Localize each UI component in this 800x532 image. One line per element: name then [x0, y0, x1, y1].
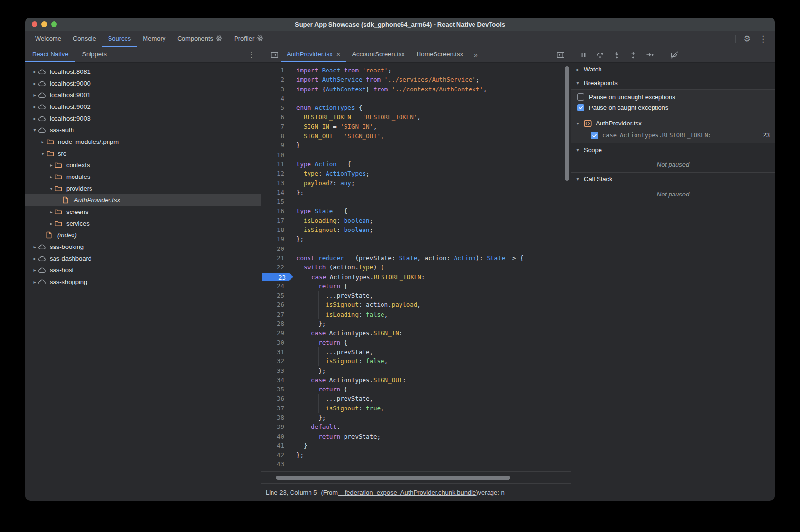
code-line-7[interactable]: 7 SIGN_IN = 'SIGN_IN',	[261, 122, 571, 131]
code-line-10[interactable]: 10	[261, 150, 571, 160]
line-number[interactable]: 31	[261, 347, 289, 356]
toggle-navigator-icon[interactable]	[268, 47, 281, 62]
checked-checkbox[interactable]	[591, 132, 598, 139]
breakpoint-file-group[interactable]: ▾AuthProvider.tsx	[571, 117, 775, 129]
code-line-1[interactable]: 1import React from 'react';	[261, 66, 571, 75]
line-number[interactable]: 15	[261, 197, 289, 206]
code-line-20[interactable]: 20	[261, 244, 571, 253]
code-line-43[interactable]: 43	[261, 460, 571, 469]
collapsed-arrow-icon[interactable]: ▸	[31, 267, 38, 273]
editor-tab-authprovider-tsx[interactable]: AuthProvider.tsx×	[281, 47, 346, 62]
step-into-icon[interactable]	[612, 51, 621, 59]
tree-item-localhost-8081[interactable]: ▸localhost:8081	[25, 66, 261, 77]
line-number[interactable]: 14	[261, 188, 289, 197]
line-number[interactable]: 19	[261, 234, 289, 244]
navigator-kebab-icon[interactable]: ⋮	[242, 47, 261, 62]
kebab-menu-icon[interactable]: ⋮	[759, 35, 767, 43]
tree-item-sas-host[interactable]: ▸sas-host	[25, 264, 261, 276]
collapsed-arrow-icon[interactable]: ▸	[48, 174, 55, 179]
line-number[interactable]: 40	[261, 432, 289, 441]
expanded-arrow-icon[interactable]: ▾	[571, 121, 584, 126]
code-line-42[interactable]: 42};	[261, 450, 571, 460]
line-number[interactable]: 27	[261, 310, 289, 319]
line-number[interactable]: 26	[261, 300, 289, 309]
navigator-tab-snippets[interactable]: Snippets	[75, 47, 113, 62]
tree-item-contexts[interactable]: ▸contexts	[25, 159, 261, 171]
collapsed-arrow-icon[interactable]: ▸	[31, 69, 38, 74]
tab-profiler[interactable]: Profiler	[228, 31, 269, 47]
tree-item-sas-dashboard[interactable]: ▸sas-dashboard	[25, 252, 261, 264]
line-number[interactable]: 37	[261, 404, 289, 413]
toggle-debugger-icon[interactable]	[554, 47, 571, 62]
collapsed-arrow-icon[interactable]: ▸	[48, 162, 55, 168]
tree-item--index-[interactable]: (index)	[25, 229, 261, 241]
step-icon[interactable]	[645, 51, 654, 59]
line-number[interactable]: 36	[261, 394, 289, 403]
code-line-36[interactable]: 36 ...prevState,	[261, 394, 571, 403]
collapsed-arrow-icon[interactable]: ▸	[48, 221, 55, 226]
expanded-arrow-icon[interactable]: ▾	[48, 186, 55, 191]
line-number[interactable]: 22	[261, 263, 289, 272]
navigator-tab-react-native[interactable]: React Native	[25, 47, 75, 62]
line-number[interactable]: 6	[261, 112, 289, 122]
tab-welcome[interactable]: Welcome	[29, 31, 67, 47]
code-line-19[interactable]: 19};	[261, 234, 571, 244]
tree-item-localhost-9000[interactable]: ▸localhost:9000	[25, 77, 261, 89]
code-line-6[interactable]: 6 RESTORE_TOKEN = 'RESTORE_TOKEN',	[261, 112, 571, 122]
code-line-18[interactable]: 18 isSignout: boolean;	[261, 225, 571, 234]
scope-section-header[interactable]: ▾ Scope	[571, 143, 775, 157]
step-out-icon[interactable]	[629, 51, 637, 59]
collapsed-arrow-icon[interactable]: ▸	[31, 279, 38, 284]
line-number[interactable]: 39	[261, 422, 289, 431]
line-number[interactable]: 18	[261, 225, 289, 234]
pause-toggle-row[interactable]: Pause on uncaught exceptions	[571, 91, 775, 102]
code-line-16[interactable]: 16type State = {	[261, 206, 571, 215]
tree-item-sas-auth[interactable]: ▾sas-auth	[25, 124, 261, 136]
code-line-2[interactable]: 2import AuthService from '../services/Au…	[261, 75, 571, 84]
tree-item-services[interactable]: ▸services	[25, 217, 261, 229]
line-number[interactable]: 34	[261, 375, 289, 385]
expanded-arrow-icon[interactable]: ▾	[39, 151, 46, 156]
tab-sources[interactable]: Sources	[102, 31, 137, 47]
line-number[interactable]: 12	[261, 169, 289, 178]
code-line-5[interactable]: 5enum ActionTypes {	[261, 103, 571, 112]
code-line-27[interactable]: 27 isLoading: false,	[261, 310, 571, 319]
line-number[interactable]: 9	[261, 141, 289, 150]
line-number[interactable]: 1	[261, 66, 289, 75]
code-line-38[interactable]: 38 };	[261, 413, 571, 422]
code-line-41[interactable]: 41 }	[261, 441, 571, 450]
line-number[interactable]: 35	[261, 385, 289, 394]
code-line-40[interactable]: 40 return prevState;	[261, 432, 571, 441]
breakpoint-entry[interactable]: case ActionTypes.RESTORE_TOKEN:23	[571, 129, 775, 141]
tree-item-localhost-9003[interactable]: ▸localhost:9003	[25, 112, 261, 124]
code-line-21[interactable]: 21const reducer = (prevState: State, act…	[261, 253, 571, 263]
line-number[interactable]: 32	[261, 356, 289, 366]
line-number[interactable]: 20	[261, 244, 289, 253]
code-line-24[interactable]: 24 return {	[261, 282, 571, 291]
hscroll-thumb[interactable]	[276, 476, 510, 480]
code-line-29[interactable]: 29 case ActionTypes.SIGN_IN:	[261, 328, 571, 337]
checked-checkbox[interactable]	[577, 104, 584, 111]
pause-toggle-row[interactable]: Pause on caught exceptions	[571, 102, 775, 113]
line-number[interactable]: 8	[261, 131, 289, 141]
tree-item-modules[interactable]: ▸modules	[25, 171, 261, 182]
line-number[interactable]: 17	[261, 216, 289, 225]
line-number[interactable]: 16	[261, 206, 289, 215]
line-number[interactable]: 3	[261, 85, 289, 94]
tree-item-node-modules-pnpm[interactable]: ▸node_modules/.pnpm	[25, 136, 261, 147]
code-line-35[interactable]: 35 return {	[261, 385, 571, 394]
code-line-37[interactable]: 37 isSignout: true,	[261, 404, 571, 413]
editor-horizontal-scrollbar[interactable]	[261, 471, 571, 483]
source-map-link[interactable]: __federation_expose_AuthProvider.chunk.b…	[338, 489, 476, 496]
line-number[interactable]: 7	[261, 122, 289, 131]
code-line-25[interactable]: 25 ...prevState,	[261, 291, 571, 300]
editor-tab-accountscreen-tsx[interactable]: AccountScreen.tsx	[346, 47, 410, 62]
code-line-15[interactable]: 15	[261, 197, 571, 206]
code-line-34[interactable]: 34 case ActionTypes.SIGN_OUT:	[261, 375, 571, 385]
line-number[interactable]: 30	[261, 338, 289, 347]
collapsed-arrow-icon[interactable]: ▸	[31, 104, 38, 109]
line-number[interactable]: 2	[261, 75, 289, 84]
close-icon[interactable]: ×	[336, 50, 341, 58]
line-number[interactable]: 38	[261, 413, 289, 422]
call-stack-section-header[interactable]: ▾ Call Stack	[571, 173, 775, 186]
